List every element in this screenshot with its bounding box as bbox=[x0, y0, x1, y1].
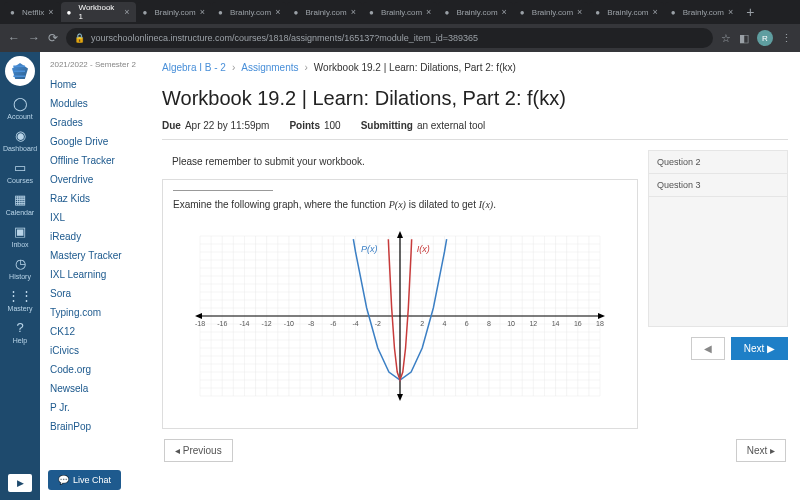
url-text: yourschoolonlineca.instructure.com/cours… bbox=[91, 33, 478, 43]
sidebar-link-typing-com[interactable]: Typing.com bbox=[40, 303, 150, 322]
close-icon[interactable]: × bbox=[502, 7, 507, 17]
crumb-course[interactable]: Algebra I B - 2 bbox=[162, 62, 226, 73]
svg-marker-62 bbox=[397, 231, 403, 238]
svg-marker-63 bbox=[397, 394, 403, 401]
sidebar-link-ck12[interactable]: CK12 bbox=[40, 322, 150, 341]
function-graph: -18-16-14-12-10-8-6-4-224681012141618P(x… bbox=[173, 216, 627, 416]
rail-item-help[interactable]: ?Help bbox=[0, 316, 40, 348]
rail-item-account[interactable]: ◯Account bbox=[0, 92, 40, 124]
browser-tab[interactable]: ●Brainly.com× bbox=[363, 2, 437, 22]
rail-item-dashboard[interactable]: ◉Dashboard bbox=[0, 124, 40, 156]
calendar-icon: ▦ bbox=[14, 192, 26, 207]
browser-tab[interactable]: ●Brainly.com× bbox=[589, 2, 663, 22]
svg-text:-18: -18 bbox=[195, 320, 205, 327]
live-chat-label: Live Chat bbox=[73, 475, 111, 485]
close-icon[interactable]: × bbox=[426, 7, 431, 17]
svg-text:14: 14 bbox=[552, 320, 560, 327]
quiz-prev-button[interactable]: ◀ bbox=[691, 337, 725, 360]
previous-button[interactable]: ◂ Previous bbox=[164, 439, 233, 462]
browser-tab[interactable]: ●Netflix× bbox=[4, 2, 60, 22]
browser-tab[interactable]: ●Workbook 1× bbox=[61, 2, 136, 22]
url-input[interactable]: 🔒 yourschoolonlineca.instructure.com/cou… bbox=[66, 28, 713, 48]
svg-text:18: 18 bbox=[596, 320, 604, 327]
rail-item-calendar[interactable]: ▦Calendar bbox=[0, 188, 40, 220]
svg-text:10: 10 bbox=[507, 320, 515, 327]
menu-icon[interactable]: ⋮ bbox=[781, 32, 792, 45]
live-chat-button[interactable]: 💬 Live Chat bbox=[48, 470, 121, 490]
forward-button[interactable]: → bbox=[28, 31, 40, 45]
lock-icon: 🔒 bbox=[74, 33, 85, 43]
tab-label: Workbook 1 bbox=[79, 3, 121, 21]
tab-label: Brainly.com bbox=[305, 8, 346, 17]
rail-label: Dashboard bbox=[3, 145, 37, 152]
sidebar-link-overdrive[interactable]: Overdrive bbox=[40, 170, 150, 189]
sidebar-link-icivics[interactable]: iCivics bbox=[40, 341, 150, 360]
browser-tab[interactable]: ●Brainly.com× bbox=[514, 2, 588, 22]
rail-label: Mastery bbox=[8, 305, 33, 312]
tab-favicon: ● bbox=[10, 8, 18, 16]
rail-item-courses[interactable]: ▭Courses bbox=[0, 156, 40, 188]
tab-favicon: ● bbox=[369, 8, 377, 16]
question-item[interactable]: Question 2 bbox=[648, 150, 788, 173]
reload-button[interactable]: ⟳ bbox=[48, 31, 58, 45]
sidebar-link-modules[interactable]: Modules bbox=[40, 94, 150, 113]
play-button[interactable]: ▶ bbox=[8, 474, 32, 492]
sidebar-link-ixl[interactable]: IXL bbox=[40, 208, 150, 227]
rail-label: Calendar bbox=[6, 209, 34, 216]
course-sidebar: ☰ 2021/2022 - Semester 2 HomeModulesGrad… bbox=[40, 52, 150, 500]
close-icon[interactable]: × bbox=[728, 7, 733, 17]
close-icon[interactable]: × bbox=[653, 7, 658, 17]
sidebar-link-google-drive[interactable]: Google Drive bbox=[40, 132, 150, 151]
back-button[interactable]: ← bbox=[8, 31, 20, 45]
due-label: Due bbox=[162, 120, 181, 131]
browser-tab[interactable]: ●Brainly.com× bbox=[137, 2, 211, 22]
quiz-next-button[interactable]: Next ▶ bbox=[731, 337, 788, 360]
sidebar-link-grades[interactable]: Grades bbox=[40, 113, 150, 132]
rail-label: History bbox=[9, 273, 31, 280]
global-nav-rail: ◯Account◉Dashboard▭Courses▦Calendar▣Inbo… bbox=[0, 52, 40, 500]
svg-text:-10: -10 bbox=[284, 320, 294, 327]
points-label: Points bbox=[289, 120, 320, 131]
svg-text:16: 16 bbox=[574, 320, 582, 327]
question-item[interactable]: Question 3 bbox=[648, 173, 788, 197]
close-icon[interactable]: × bbox=[48, 7, 53, 17]
main-content: Algebra I B - 2 › Assignments › Workbook… bbox=[150, 52, 800, 500]
hamburger-icon[interactable]: ☰ bbox=[12, 62, 26, 81]
browser-tab[interactable]: ●Brainly.com× bbox=[665, 2, 739, 22]
sidebar-link-mastery-tracker[interactable]: Mastery Tracker bbox=[40, 246, 150, 265]
browser-tab[interactable]: ●Brainly.com× bbox=[287, 2, 361, 22]
close-icon[interactable]: × bbox=[275, 7, 280, 17]
next-button[interactable]: Next ▸ bbox=[736, 439, 786, 462]
rail-item-mastery[interactable]: ⋮⋮Mastery bbox=[0, 284, 40, 316]
tab-favicon: ● bbox=[595, 8, 603, 16]
close-icon[interactable]: × bbox=[351, 7, 356, 17]
svg-marker-59 bbox=[598, 313, 605, 319]
browser-tab[interactable]: ●Brainly.com× bbox=[438, 2, 512, 22]
sidebar-link-offline-tracker[interactable]: Offline Tracker bbox=[40, 151, 150, 170]
module-nav: ◂ Previous Next ▸ bbox=[162, 439, 788, 462]
divider bbox=[173, 190, 273, 191]
sidebar-link-newsela[interactable]: Newsela bbox=[40, 379, 150, 398]
chevron-right-icon: › bbox=[305, 62, 308, 73]
submit-label: Submitting bbox=[361, 120, 413, 131]
sidebar-link-raz-kids[interactable]: Raz Kids bbox=[40, 189, 150, 208]
sidebar-link-iready[interactable]: iReady bbox=[40, 227, 150, 246]
sidebar-link-home[interactable]: Home bbox=[40, 75, 150, 94]
sidebar-link-sora[interactable]: Sora bbox=[40, 284, 150, 303]
sidebar-link-ixl-learning[interactable]: IXL Learning bbox=[40, 265, 150, 284]
sidebar-link-brainpop[interactable]: BrainPop bbox=[40, 417, 150, 436]
close-icon[interactable]: × bbox=[577, 7, 582, 17]
sidebar-link-code-org[interactable]: Code.org bbox=[40, 360, 150, 379]
browser-tab[interactable]: ●Brainly.com× bbox=[212, 2, 286, 22]
sidebar-link-p-jr-[interactable]: P Jr. bbox=[40, 398, 150, 417]
new-tab-button[interactable]: + bbox=[740, 4, 760, 20]
star-icon[interactable]: ☆ bbox=[721, 32, 731, 45]
close-icon[interactable]: × bbox=[124, 7, 129, 17]
rail-item-history[interactable]: ◷History bbox=[0, 252, 40, 284]
extensions-icon[interactable]: ◧ bbox=[739, 32, 749, 45]
chat-icon: 💬 bbox=[58, 475, 69, 485]
profile-avatar[interactable]: R bbox=[757, 30, 773, 46]
close-icon[interactable]: × bbox=[200, 7, 205, 17]
rail-item-inbox[interactable]: ▣Inbox bbox=[0, 220, 40, 252]
crumb-assignments[interactable]: Assignments bbox=[241, 62, 298, 73]
